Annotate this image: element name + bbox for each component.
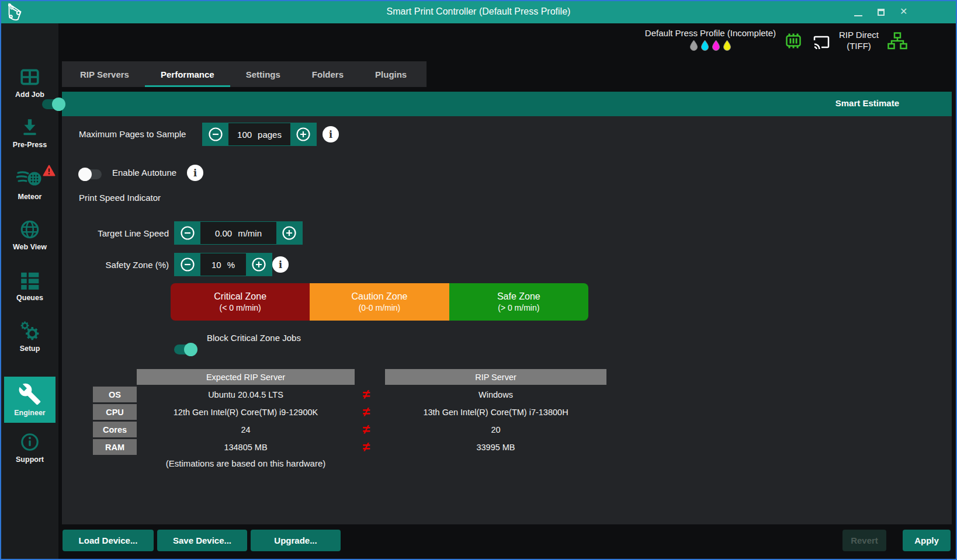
sidebar-item-pre-press[interactable]: Pre-Press — [2, 117, 57, 149]
zone-title: Safe Zone — [497, 291, 540, 302]
cyan-ink-drop-icon — [701, 40, 709, 51]
plus-icon[interactable] — [276, 222, 302, 244]
revert-button[interactable]: Revert — [842, 530, 886, 551]
not-equal-icon: ≠ — [355, 439, 378, 455]
globe-icon — [19, 219, 40, 240]
sidebar-item-meteor[interactable]: Meteor — [2, 168, 57, 201]
zone-subtitle: (0-0 m/min) — [359, 303, 401, 312]
expected-cores: 24 — [137, 422, 355, 437]
row-label-ram: RAM — [93, 439, 137, 455]
titlebar: Smart Print Controller (Default Press Pr… — [1, 1, 956, 23]
target-line-speed-unit: m/min — [238, 228, 262, 238]
sidebar-item-setup[interactable]: Setup — [2, 321, 57, 353]
not-equal-icon: ≠ — [355, 387, 378, 402]
minus-icon[interactable] — [203, 123, 228, 145]
sidebar-item-engineer[interactable]: Engineer — [4, 377, 56, 423]
zone-title: Caution Zone — [351, 291, 407, 302]
zone-subtitle: (< 0 m/min) — [220, 303, 261, 312]
smart-estimate-label: Smart Estimate — [835, 98, 899, 108]
print-speed-indicator-label: Print Speed Indicator — [79, 193, 161, 203]
smart-estimate-toggle[interactable] — [42, 99, 64, 109]
yellow-ink-drop-icon — [723, 40, 731, 51]
performance-panel: Maximum Pages to Sample 100 pages i Enab… — [62, 116, 952, 524]
expected-os: Ubuntu 20.04.5 LTS — [137, 387, 355, 402]
minus-icon[interactable] — [175, 222, 200, 244]
tab-settings[interactable]: Settings — [230, 61, 296, 87]
zone-title: Critical Zone — [214, 291, 266, 302]
tab-bar: RIP Servers Performance Settings Folders… — [62, 61, 427, 87]
maximize-icon[interactable] — [878, 9, 885, 16]
smart-estimate-bar: Smart Estimate — [62, 92, 952, 116]
safety-zone-info-icon[interactable]: i — [272, 256, 289, 273]
not-equal-icon: ≠ — [355, 404, 378, 420]
rip-direct-status: RIP Direct (TIFF) — [833, 29, 885, 51]
plus-icon[interactable] — [290, 123, 316, 145]
magenta-ink-drop-icon — [712, 40, 720, 51]
sidebar-item-queues[interactable]: Queues — [2, 270, 57, 302]
network-icon[interactable] — [887, 32, 908, 50]
info-circle-icon — [19, 432, 40, 453]
ink-drops — [637, 40, 784, 51]
grid-icon — [19, 67, 40, 88]
target-line-speed-stepper: 0.00 m/min — [174, 221, 303, 245]
safety-zone-value: 10 — [211, 260, 221, 270]
caution-zone-segment: Caution Zone (0-0 m/min) — [310, 283, 449, 321]
actual-cpu: 13th Gen Intel(R) Core(TM) i7-13800H — [385, 404, 606, 420]
download-icon — [19, 117, 40, 138]
save-device-button[interactable]: Save Device... — [157, 530, 247, 551]
sidebar-item-support[interactable]: Support — [2, 432, 57, 464]
safety-zone-label: Safety Zone (%) — [79, 260, 169, 270]
max-pages-value-field[interactable]: 100 pages — [228, 123, 290, 145]
max-pages-info-icon[interactable]: i — [323, 126, 339, 142]
minus-icon[interactable] — [175, 253, 200, 276]
autotune-toggle[interactable] — [79, 169, 102, 179]
sidebar-item-web-view[interactable]: Web View — [2, 219, 57, 251]
press-status-icon[interactable] — [784, 32, 803, 50]
press-profile-status: Default Press Profile (Incomplete) — [637, 28, 784, 38]
autotune-info-icon[interactable]: i — [187, 165, 203, 181]
minimize-icon[interactable] — [854, 15, 862, 16]
sidebar-item-add-job[interactable]: Add Job — [2, 67, 57, 99]
target-line-speed-label: Target Line Speed — [79, 228, 169, 238]
block-critical-label: Block Critical Zone Jobs — [207, 333, 301, 343]
apply-button[interactable]: Apply — [903, 530, 951, 551]
row-label-cores: Cores — [93, 422, 137, 437]
meteor-icon — [16, 168, 43, 190]
wrench-icon — [18, 382, 41, 406]
white-ink-drop-icon — [689, 40, 698, 51]
sidebar-item-label: Web View — [13, 243, 47, 251]
gears-icon — [19, 321, 40, 342]
safe-zone-segment: Safe Zone (> 0 m/min) — [449, 283, 588, 321]
close-icon[interactable]: ✕ — [900, 6, 907, 17]
app-window: Smart Print Controller (Default Press Pr… — [0, 0, 957, 560]
critical-zone-segment: Critical Zone (< 0 m/min) — [171, 283, 310, 321]
target-line-speed-value-field[interactable]: 0.00 m/min — [200, 222, 276, 244]
speed-zone-bar: Critical Zone (< 0 m/min) Caution Zone (… — [171, 283, 588, 321]
safety-zone-stepper: 10 % — [174, 253, 272, 276]
max-pages-value: 100 — [237, 130, 252, 140]
sidebar-item-label: Support — [16, 455, 44, 464]
block-critical-toggle[interactable] — [174, 345, 196, 354]
tab-rip-servers[interactable]: RIP Servers — [64, 61, 145, 87]
safety-zone-value-field[interactable]: 10 % — [200, 253, 246, 276]
cast-icon[interactable] — [812, 33, 831, 51]
zone-subtitle: (> 0 m/min) — [498, 303, 539, 312]
tab-folders[interactable]: Folders — [296, 61, 359, 87]
row-label-cpu: CPU — [93, 404, 137, 420]
tab-performance[interactable]: Performance — [145, 61, 230, 87]
sidebar-item-label: Add Job — [15, 91, 44, 99]
sidebar-item-label: Meteor — [18, 193, 42, 201]
rip-server-header: RIP Server — [385, 369, 606, 385]
target-line-speed-value: 0.00 — [215, 228, 232, 238]
tab-plugins[interactable]: Plugins — [359, 61, 422, 87]
autotune-label: Enable Autotune — [112, 168, 176, 178]
sidebar-item-label: Engineer — [14, 409, 46, 417]
max-pages-label: Maximum Pages to Sample — [79, 129, 186, 139]
window-title: Smart Print Controller (Default Press Pr… — [1, 6, 956, 17]
actual-ram: 33995 MB — [385, 439, 606, 455]
load-device-button[interactable]: Load Device... — [63, 530, 154, 551]
upgrade-button[interactable]: Upgrade... — [251, 530, 341, 551]
max-pages-unit: pages — [258, 130, 282, 140]
warning-icon — [43, 165, 56, 176]
plus-icon[interactable] — [246, 253, 272, 276]
